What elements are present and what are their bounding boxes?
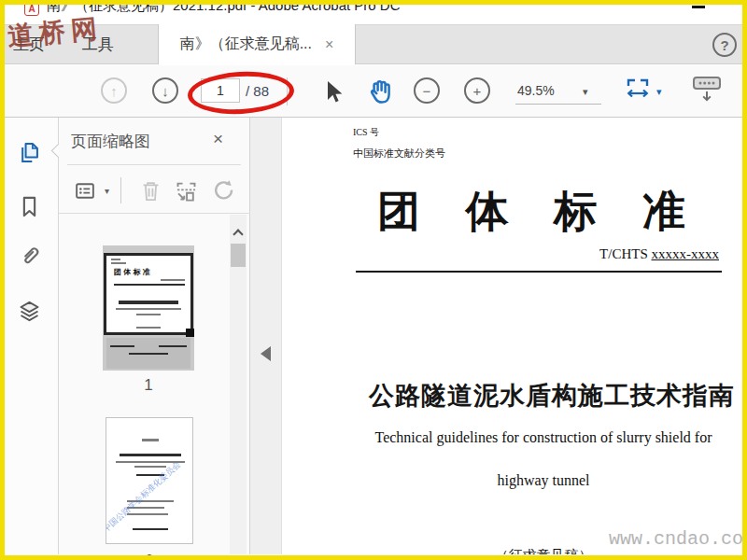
paperclip-icon [17, 243, 42, 268]
tab-document[interactable]: 南》（征求意见稿... × [158, 24, 356, 64]
rotate-counterclockwise-icon [211, 178, 236, 203]
arrow-up-icon: ↑ [110, 83, 118, 99]
thumbnail-watermark: 中国公路学会标准化委员会 [106, 459, 183, 536]
standard-char: 团 [377, 183, 420, 241]
page-thumbnails-icon [17, 140, 42, 165]
dock-toolbar-icon [691, 75, 723, 105]
collapse-panel-icon[interactable] [261, 346, 271, 361]
standard-char: 准 [642, 183, 685, 241]
extract-pages-icon [174, 178, 199, 203]
page-number-input[interactable]: 1 [201, 78, 240, 103]
panel-gutter [250, 118, 282, 554]
window-title: 南》（征求意见稿）2021.12.pdf - Adobe Acrobat Pro… [47, 0, 401, 15]
panel-divider [59, 213, 250, 214]
delete-pages-button[interactable] [138, 178, 163, 207]
page-scrolling-icon [624, 77, 652, 102]
doc-title-chinese: 公路隧道泥水盾构施工技术指南 [369, 379, 714, 413]
toolbar-dock-button[interactable] [691, 75, 723, 108]
rotate-pages-button[interactable] [211, 178, 236, 207]
bookmarks-nav-button[interactable] [17, 194, 42, 223]
bookmark-icon [17, 194, 42, 219]
page-thumbnails-nav-button[interactable] [17, 140, 42, 169]
panel-title: 页面缩略图 [71, 131, 150, 152]
doc-ics-label: ICS 号 [353, 126, 379, 139]
standard-char: 标 [554, 183, 597, 241]
minimize-button[interactable] [692, 6, 705, 8]
thumbnail-page-1-dimmed-area [106, 338, 190, 369]
doc-classification-label: 中国标准文献分类号 [353, 147, 445, 161]
acrobat-window: A 南》（征求意见稿）2021.12.pdf - Adobe Acrobat P… [0, 0, 747, 560]
doc-rule-line [356, 271, 722, 273]
standard-code-number: xxxxx-xxxx [652, 246, 720, 261]
chevron-down-icon[interactable]: ▾ [583, 86, 588, 98]
zoom-in-button[interactable]: + [464, 77, 490, 104]
page-count-label: / 88 [246, 83, 269, 99]
zoom-level-combobox[interactable]: 49.5% ▾ [515, 80, 601, 105]
attachments-nav-button[interactable] [17, 243, 42, 272]
thumbnail-options-button[interactable] [73, 179, 97, 206]
tab-document-label: 南》（征求意见稿... [180, 35, 312, 54]
options-list-icon [73, 179, 97, 203]
doc-title-english-line2: highway tunnel [338, 472, 747, 489]
plus-icon: + [473, 83, 482, 99]
panel-close-icon[interactable]: × [213, 130, 223, 147]
previous-page-button[interactable]: ↑ [101, 77, 127, 104]
panel-toolbar-separator [120, 177, 121, 203]
acrobat-app-icon: A [24, 2, 39, 16]
layers-nav-button[interactable] [17, 299, 42, 328]
tab-tools[interactable]: 工具 [82, 34, 114, 55]
tab-close-icon[interactable]: × [325, 37, 333, 52]
site-watermark-bottomright: www.cndao.com [609, 528, 747, 550]
doc-standard-type-heading: 团 体 标 准 [377, 183, 685, 241]
scrolling-mode-button[interactable] [624, 77, 652, 105]
next-page-button[interactable]: ↓ [152, 77, 178, 104]
navigation-sidebar [0, 118, 59, 554]
hand-tool-button[interactable] [365, 77, 395, 110]
pointer-icon [322, 79, 345, 105]
minus-icon: − [423, 83, 431, 99]
chevron-down-icon[interactable]: ▾ [105, 186, 109, 196]
trash-icon [138, 178, 163, 203]
select-tool-button[interactable] [322, 79, 345, 109]
standard-code-prefix: T/CHTS [599, 246, 651, 261]
doc-title-english-line1: Technical guidelines for construction of… [338, 429, 747, 446]
arrow-down-icon: ↓ [162, 83, 169, 99]
tab-home[interactable]: 主页 [13, 34, 45, 55]
standard-char: 体 [466, 183, 509, 241]
zoom-level-value: 49.5% [517, 83, 555, 98]
chevron-down-icon[interactable]: ▾ [656, 86, 662, 98]
panel-scrollbar-thumb[interactable] [231, 244, 246, 267]
panel-divider [67, 164, 241, 165]
thumbnail-page-2[interactable]: 中国公路学会标准化委员会 [106, 417, 193, 544]
hand-icon [365, 77, 395, 106]
thumbnail-page-1-viewbox[interactable]: 团 体 标 准 [104, 253, 193, 335]
extract-pages-button[interactable] [174, 178, 199, 207]
zoom-out-button[interactable]: − [414, 77, 440, 104]
thumbnail-standard-chars: 团 体 标 准 [114, 267, 183, 277]
toolbar-separator [287, 77, 288, 105]
viewbox-resize-handle[interactable] [186, 329, 194, 337]
layers-icon [17, 299, 42, 324]
thumbnail-page-2-label: 2 [106, 552, 193, 560]
thumbnail-page-1-label: 1 [103, 376, 194, 395]
help-icon[interactable]: ? [712, 33, 737, 57]
title-bar: A 南》（征求意见稿）2021.12.pdf - Adobe Acrobat P… [0, 0, 747, 24]
document-page: ICS 号 中国标准文献分类号 团 体 标 准 T/CHTS xxxxx-xxx… [282, 118, 747, 554]
doc-standard-code: T/CHTS xxxxx-xxxx [439, 246, 719, 262]
